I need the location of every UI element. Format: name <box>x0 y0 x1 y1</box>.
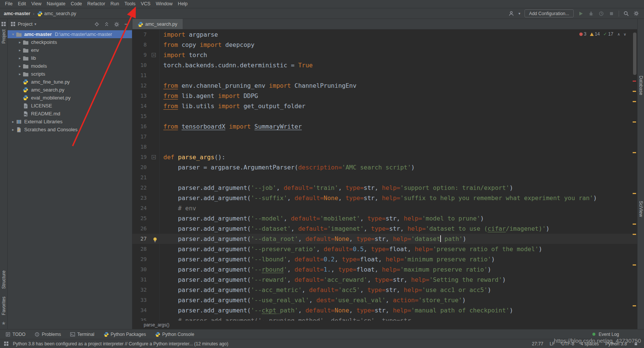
code-line-9[interactable]: 9−import torch <box>132 50 637 60</box>
code-line-29[interactable]: 29 parser.add_argument('--lbound', defau… <box>132 254 637 264</box>
panel-settings-icon[interactable] <box>114 22 119 27</box>
code-line-21[interactable]: 21 <box>132 172 637 183</box>
tree-item-amc-search-py[interactable]: amc_search.py <box>8 86 132 94</box>
code-line-15[interactable]: 15 <box>132 111 637 121</box>
code-line-8[interactable]: 8from copy import deepcopy <box>132 40 637 50</box>
quick-access-grid-icon[interactable] <box>4 341 9 346</box>
tree-chevron-icon[interactable]: ▸ <box>11 127 16 132</box>
add-configuration-button[interactable]: Add Configuration... <box>525 9 574 17</box>
tab-amc-search[interactable]: amc_search.py <box>132 19 183 29</box>
menu-navigate[interactable]: Navigate <box>44 0 68 8</box>
tree-chevron-icon[interactable]: ▸ <box>17 72 22 76</box>
menu-refactor[interactable]: Refactor <box>85 0 108 8</box>
error-stripe-rail[interactable] <box>632 30 637 321</box>
menu-edit[interactable]: Edit <box>15 0 29 8</box>
interpreter[interactable]: Python 3.8 <box>605 341 627 346</box>
tree-item-license[interactable]: LICENSE <box>8 102 132 110</box>
debug-icon[interactable] <box>588 11 594 17</box>
run-icon[interactable] <box>578 11 584 17</box>
code-line-11[interactable]: 11 <box>132 70 637 81</box>
stop-icon[interactable] <box>608 11 615 17</box>
code-line-34[interactable]: 34 parser.add_argument('--ckpt_path', de… <box>132 305 637 315</box>
code-line-25[interactable]: 25 parser.add_argument('--model', defaul… <box>132 213 637 224</box>
code-line-30[interactable]: 30 parser.add_argument('--rbound', defau… <box>132 264 637 275</box>
code-line-13[interactable]: 13from lib.agent import DDPG <box>132 91 637 101</box>
project-panel-title[interactable]: Project <box>18 22 33 27</box>
lock-icon[interactable] <box>633 341 639 346</box>
code-line-23[interactable]: 23 parser.add_argument('--suffix', defau… <box>132 193 637 203</box>
code-line-22[interactable]: 22 parser.add_argument('--job', default=… <box>132 183 637 193</box>
tool-window-button-project[interactable]: Project <box>1 30 6 44</box>
code-area[interactable]: 7import argparse8from copy import deepco… <box>132 30 637 321</box>
status-message[interactable]: Python 3.8 has been configured as a proj… <box>13 341 228 346</box>
tree-chevron-icon[interactable]: ▸ <box>11 120 16 124</box>
line-ending[interactable]: LF <box>550 341 555 346</box>
settings-gear-icon[interactable] <box>633 11 639 17</box>
code-line-24[interactable]: 24 # env <box>132 203 637 213</box>
code-line-20[interactable]: 20 parser = argparse.ArgumentParser(desc… <box>132 162 637 172</box>
tool-window-tab-python-console[interactable]: Python Console <box>155 332 194 337</box>
menu-help[interactable]: Help <box>175 0 190 8</box>
editor-breadcrumb[interactable]: parse_args() <box>144 322 169 328</box>
file-encoding[interactable]: UTF-8 <box>562 341 574 346</box>
tool-window-button-favorites[interactable]: Favorites <box>1 297 6 315</box>
profile-icon[interactable] <box>598 11 604 17</box>
menu-view[interactable]: View <box>29 0 44 8</box>
tool-window-tab-todo[interactable]: TODO <box>5 332 25 337</box>
tree-item-eval-mobilenet-py[interactable]: eval_mobilenet.py <box>8 94 132 102</box>
tree-item-env[interactable]: ▸env <box>8 46 132 54</box>
code-line-18[interactable]: 18 <box>132 142 637 152</box>
tree-chevron-icon[interactable]: ▾ <box>11 32 16 36</box>
menu-tools[interactable]: Tools <box>122 0 138 8</box>
code-line-35[interactable]: 35 # parser.add_argument('--pruning_meth… <box>132 315 637 321</box>
caret-position[interactable]: 27:77 <box>532 341 543 346</box>
fold-marker-icon[interactable]: − <box>152 155 156 159</box>
tree-item-models[interactable]: ▸models <box>8 62 132 70</box>
tree-chevron-icon[interactable]: ▸ <box>17 56 22 60</box>
inspections-widget[interactable]: 3 14 ✓ 17 ∧ ∨ <box>579 31 627 37</box>
scrollbar-thumb[interactable] <box>633 33 636 75</box>
fold-marker-icon[interactable]: − <box>152 53 156 57</box>
code-line-26[interactable]: 26 parser.add_argument('--dataset', defa… <box>132 224 637 234</box>
chevron-down-icon[interactable]: ▾ <box>34 22 36 26</box>
tool-window-tab-terminal[interactable]: Terminal <box>70 332 94 337</box>
breadcrumb-project[interactable]: amc-master <box>4 11 30 16</box>
breadcrumb-file[interactable]: amc_search.py <box>37 11 76 16</box>
tool-window-button-database[interactable]: Database <box>638 76 644 95</box>
collapse-all-icon[interactable] <box>104 22 109 27</box>
indent-setting[interactable]: 4 spaces <box>581 341 599 346</box>
tree-item-lib[interactable]: ▸lib <box>8 54 132 62</box>
menu-window[interactable]: Window <box>153 0 175 8</box>
code-line-32[interactable]: 32 parser.add_argument('--acc_metric', d… <box>132 285 637 295</box>
menu-code[interactable]: Code <box>68 0 85 8</box>
tool-window-tab-problems[interactable]: Problems <box>34 332 61 337</box>
tree-chevron-icon[interactable]: ▸ <box>17 48 22 52</box>
code-line-28[interactable]: 28 parser.add_argument('--preserve_ratio… <box>132 244 637 254</box>
tree-item-amc-fine-tune-py[interactable]: amc_fine_tune.py <box>8 78 132 86</box>
code-line-14[interactable]: 14from lib.utils import get_output_folde… <box>132 101 637 111</box>
code-line-17[interactable]: 17 <box>132 132 637 142</box>
menu-run[interactable]: Run <box>108 0 122 8</box>
code-line-31[interactable]: 31 parser.add_argument('--reward', defau… <box>132 275 637 285</box>
search-everywhere-icon[interactable] <box>623 11 629 17</box>
tree-chevron-icon[interactable]: ▸ <box>17 40 22 44</box>
code-line-12[interactable]: 12from env.channel_pruning_env import Ch… <box>132 81 637 91</box>
next-prev-problem-icons[interactable]: ∧ ∨ <box>618 32 627 36</box>
code-line-19[interactable]: 19−def parse_args(): <box>132 152 637 162</box>
tree-item-external-libraries[interactable]: ▸External Libraries <box>8 118 132 126</box>
event-log-button[interactable]: Event Log <box>591 332 619 337</box>
code-line-27[interactable]: 27 parser.add_argument('--data_root', de… <box>132 234 637 244</box>
chevron-down-icon[interactable]: ▾ <box>518 11 520 16</box>
locate-icon[interactable] <box>94 22 99 27</box>
tree-item-scratches-and-consoles[interactable]: ▸Scratches and Consoles <box>8 126 132 134</box>
tree-item-checkpoints[interactable]: ▸checkpoints <box>8 38 132 46</box>
tree-chevron-icon[interactable]: ▸ <box>17 64 22 68</box>
code-line-16[interactable]: 16from tensorboardX import SummaryWriter <box>132 121 637 132</box>
code-line-7[interactable]: 7import argparse <box>132 30 637 40</box>
tool-window-button-structure[interactable]: Structure <box>1 270 6 289</box>
tree-item-scripts[interactable]: ▸scripts <box>8 70 132 78</box>
tree-item-readme-md[interactable]: README.md <box>8 110 132 118</box>
menu-file[interactable]: File <box>2 0 15 8</box>
favorites-star-icon[interactable]: ★ <box>2 320 6 326</box>
intention-bulb-icon[interactable] <box>152 236 158 242</box>
